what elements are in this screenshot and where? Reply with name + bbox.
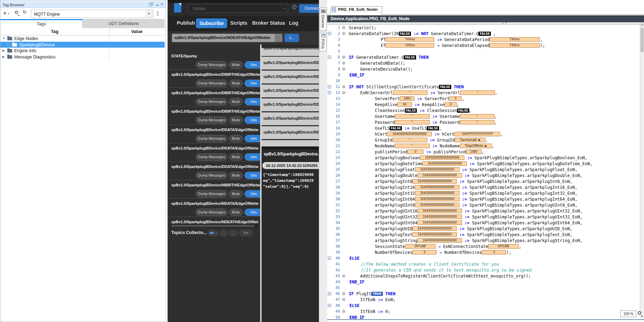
code-line[interactable]: 12EoN(ServerUrl'' := ServerUrl'',	[327, 90, 640, 96]
column-header-value[interactable]: Value	[109, 29, 165, 34]
mute-button[interactable]: Mute	[229, 135, 243, 142]
message-splitter[interactable]	[262, 147, 319, 150]
message-row[interactable]: spBv1.0/SparkplugBDevice/DDAT	[262, 112, 319, 125]
code-line[interactable]: 29arSparkplugInt3216#0000000000000000 :=…	[327, 190, 640, 196]
tree-row-edge-nodes[interactable]: ▼Edge Nodes	[0, 35, 165, 42]
code-line[interactable]: 9END_IF	[327, 72, 640, 78]
code-line[interactable]: 22publishPeriod0 := publishPeriod1000,	[327, 149, 640, 155]
code-line[interactable]: 28arSparkplugInt1616#0000000000000000 :=…	[327, 184, 640, 190]
unsubscribe-button[interactable]: Uns	[245, 172, 260, 179]
dump-messages-button[interactable]: Dump Messages	[196, 135, 228, 142]
code-line[interactable]: 2GenerateDataTimer(INFALSE := NOT Genera…	[327, 31, 640, 37]
code-line[interactable]: 17Password'' := Password'',	[327, 119, 640, 125]
code-line[interactable]: 41//The below method creates a Client Ce…	[327, 261, 640, 267]
code-line[interactable]: 33arSparkplugUInt3216#0000000000000000 :…	[327, 214, 640, 220]
mute-button[interactable]: Mute	[229, 98, 243, 105]
code-line[interactable]: 40ELSE	[327, 255, 640, 261]
unsubscribe-button[interactable]: Uns	[245, 80, 260, 87]
fold-minus-icon[interactable]	[328, 292, 331, 295]
unsubscribe-button[interactable]: Uns	[245, 135, 260, 142]
connection-combo[interactable]: Debian ▾	[188, 4, 288, 13]
code-line[interactable]: 13ServerPort1883 := ServerPort0,	[327, 96, 640, 102]
fold-minus-icon[interactable]	[328, 32, 331, 35]
dump-messages-button[interactable]: Dump Messages	[196, 190, 228, 198]
code-line[interactable]: 44END_IF	[327, 279, 640, 285]
more-options-icon[interactable]	[157, 11, 158, 12]
side-tab-devices[interactable]: Devices	[320, 8, 327, 31]
tab-log[interactable]: Log	[289, 20, 298, 26]
code-line[interactable]: 30arSparkplugInt6416#0000000000000000 :=…	[327, 196, 640, 202]
unsubscribe-button[interactable]: Uns	[245, 116, 260, 124]
add-tag-button[interactable]: +	[3, 10, 6, 16]
code-line[interactable]: 8GenerateDeviceData();	[327, 66, 640, 72]
scrollbar-thumb[interactable]	[641, 28, 644, 52]
dump-messages-button[interactable]: Dump Messages	[196, 116, 228, 124]
message-row[interactable]: spBv1.0/SparkplugBDevice/NDAT	[262, 71, 319, 83]
unsubscribe-button[interactable]: Uns	[245, 61, 260, 69]
fold-minus-icon[interactable]	[328, 91, 331, 94]
code-line[interactable]: 18UseTLSFALSE := UseTLSFALSE,	[327, 125, 640, 131]
add-tag-caret-icon[interactable]: ▾	[8, 12, 9, 15]
code-line[interactable]: 3PTT#0ms := GenerateDataPeriodT#0ms,	[327, 37, 640, 42]
zoom-level[interactable]: 100 %	[620, 311, 636, 317]
code-line[interactable]: 15CleanSessionFALSE := CleanSessionFALSE…	[327, 107, 640, 113]
code-line[interactable]: 21NodeName'' := NodeName"EdgeOfNetw ▶,	[327, 143, 640, 149]
code-line[interactable]: 25arSparkplugFloat16#0000000000000000 :=…	[327, 167, 640, 172]
code-line[interactable]: 26arSparkplugDouble16#0000000000000000 :…	[327, 172, 640, 178]
code-line[interactable]: 45	[327, 285, 640, 291]
code-line[interactable]: 35arSparkplugUUID16#0000000000000000 := …	[327, 226, 640, 232]
tree-row-sparkplugbdevice[interactable]: SparkplugBDevice	[0, 42, 165, 48]
code-line[interactable]: 4ETT#0ms ⇒ GenerateDataElapsedT#0ms);	[327, 42, 640, 48]
chevron-down-icon[interactable]: ▼	[146, 10, 152, 17]
code-line[interactable]: 16Username'' := Username'',	[327, 113, 640, 119]
subscribe-button[interactable]: S...	[284, 34, 299, 42]
code-line[interactable]: 1Scenario();	[327, 25, 640, 31]
mute-button[interactable]: Mute	[229, 172, 243, 179]
unsubscribe-button[interactable]: Uns	[245, 98, 260, 105]
collector-more-button-2[interactable]: ...	[229, 230, 237, 236]
unsubscribe-button[interactable]: Uns	[245, 153, 260, 161]
dump-messages-button[interactable]: Dump Messages	[196, 153, 228, 161]
code-line[interactable]: 7GenerateEoNData();	[327, 60, 640, 66]
collapse-arrow-icon[interactable]: ▶	[2, 55, 5, 58]
unsubscribe-button[interactable]: Uns	[245, 190, 260, 198]
tab-tags[interactable]: Tags	[0, 19, 83, 28]
code-line[interactable]: 23arSparkplugBoolean16#0000000000000000 …	[327, 155, 640, 161]
dump-messages-button[interactable]: Dump Messages	[196, 209, 228, 216]
expand-arrow-icon[interactable]: ▼	[2, 37, 5, 40]
tab-broker-status[interactable]: Broker Status	[252, 20, 285, 26]
declaration-splitter[interactable]: ▲ ▼	[327, 22, 644, 25]
vertical-scrollbar[interactable]: ▲	[640, 22, 644, 318]
fold-minus-icon[interactable]	[328, 85, 331, 88]
collapse-arrow-icon[interactable]: ▶	[2, 49, 5, 52]
topic-combo[interactable]: spBv1.0/SparkplugBDevice/NDEATH/EdgeOfNe…	[172, 34, 282, 42]
code-line[interactable]: 37arSparkplugString16#0000000000000000 :…	[327, 238, 640, 243]
restore-icon[interactable]	[149, 2, 154, 7]
code-line[interactable]: 48ELSE	[327, 303, 640, 308]
code-line[interactable]: 38SessionStateOFFLINE ⇒ EoNConnectionSta…	[327, 243, 640, 249]
code-line[interactable]: 42//It generates a CSR and sends it to t…	[327, 267, 640, 273]
scroll-up-icon[interactable]: ▲	[640, 22, 644, 27]
code-line[interactable]: 46IF PlugItTRUE THEN	[327, 291, 640, 297]
message-row[interactable]: spBv1.0/SparkplugBDevice/DDAT	[262, 57, 319, 70]
magnifier-icon[interactable]	[638, 311, 641, 315]
close-icon[interactable]: ×	[376, 7, 378, 12]
collector-more-button-1[interactable]: ...	[220, 230, 228, 236]
message-row-partial[interactable]: spBv1.0/SparkplugBDevice/DDAT	[262, 48, 319, 56]
tree-row-message-diagnostics[interactable]: ▶Message Diagnostics	[0, 54, 165, 60]
code-line[interactable]: 36arSparkplugText16#0000000000000000 := …	[327, 232, 640, 238]
code-line[interactable]: 20GroupId'' := GroupId"SparkplugB ▶,	[327, 137, 640, 143]
code-line[interactable]: 24arSparkplugDateTime16#0000000000000000…	[327, 161, 640, 167]
mute-button[interactable]: Mute	[229, 80, 243, 87]
gear-icon[interactable]: ⚙	[291, 3, 297, 11]
code-line[interactable]: 43AdditionalStepsToRegisterAClientCertif…	[327, 273, 640, 279]
fold-minus-icon[interactable]	[328, 56, 331, 59]
mute-button[interactable]: Mute	[229, 209, 243, 216]
code-line[interactable]: 10	[327, 78, 640, 84]
code-line[interactable]: 5	[327, 48, 640, 54]
message-row[interactable]: spBv1.0/SparkplugBDevice/DDAT	[262, 98, 319, 111]
close-icon[interactable]: ×	[160, 1, 163, 7]
fold-minus-icon[interactable]	[328, 304, 331, 307]
code-line[interactable]: 14KeepAlive60 := KeepAlive0,	[327, 102, 640, 107]
tab-subscribe[interactable]: Subscribe	[196, 18, 227, 28]
